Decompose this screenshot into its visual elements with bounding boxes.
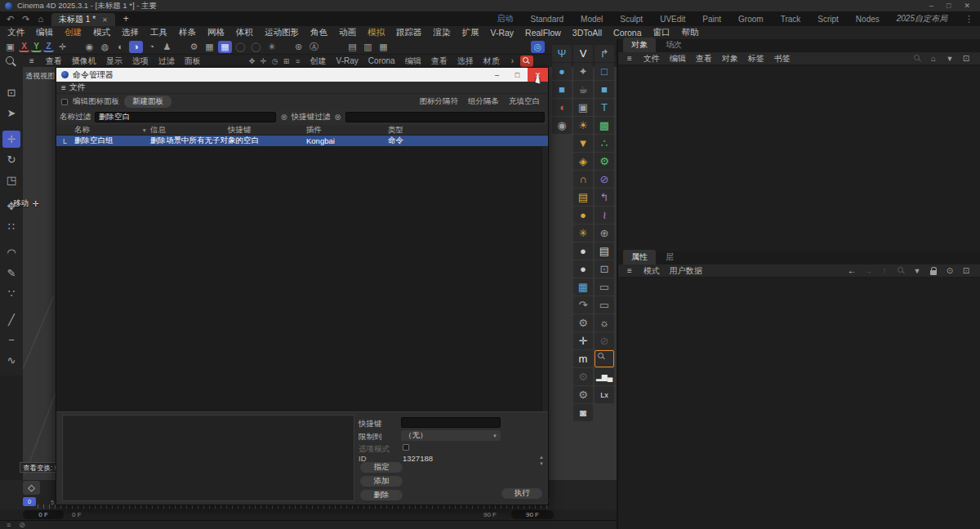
- menu-item[interactable]: Corona: [608, 28, 647, 38]
- panel-menu-item[interactable]: 用户数据: [665, 265, 707, 277]
- character-gear-icon[interactable]: ♟: [160, 41, 174, 53]
- option-mode-checkbox[interactable]: [403, 444, 409, 451]
- line-cut-icon[interactable]: −: [2, 331, 20, 349]
- snap-off-1-icon[interactable]: ◯: [234, 41, 247, 53]
- column-shortcut[interactable]: 快捷键: [228, 125, 306, 136]
- search-tool-icon[interactable]: [2, 54, 20, 75]
- axis-scale-icon[interactable]: Lx: [595, 386, 614, 403]
- toolbar-icon[interactable]: [71, 41, 81, 53]
- spline-square-icon[interactable]: □: [595, 63, 614, 80]
- panel-tab[interactable]: 场次: [657, 38, 690, 52]
- coord-system-icon[interactable]: ✛: [56, 41, 69, 53]
- movie-camera-icon[interactable]: ◙: [573, 404, 593, 421]
- axis-purple-icon[interactable]: ↰: [595, 189, 614, 206]
- panel-menu-item[interactable]: 标签: [743, 53, 769, 64]
- layout-tab[interactable]: Standard: [530, 13, 565, 25]
- stage-window-icon[interactable]: ▣: [573, 99, 593, 116]
- restrict-dropdown[interactable]: （无） ▼: [401, 430, 501, 441]
- new-panel-button[interactable]: 新建面板: [124, 96, 172, 108]
- column-type[interactable]: 类型: [388, 125, 548, 136]
- material-menu-item[interactable]: 选择: [452, 56, 479, 67]
- dialog-menu-icon[interactable]: ≡: [61, 83, 66, 92]
- menu-item[interactable]: 模式: [87, 27, 116, 38]
- rotate-tool-icon[interactable]: ↻: [2, 151, 20, 168]
- render-view-button[interactable]: ▤: [345, 41, 359, 53]
- globe-icon[interactable]: ⊕: [595, 224, 614, 242]
- panel-menu-icon[interactable]: ≡: [622, 266, 637, 275]
- search-icon[interactable]: [911, 53, 923, 64]
- material-menu-item[interactable]: 材质: [479, 56, 505, 67]
- star-shine-icon[interactable]: ✦: [573, 63, 593, 80]
- gear-points-icon[interactable]: ⚙: [573, 314, 593, 331]
- material-menu-item[interactable]: V-Ray: [332, 56, 363, 65]
- view-quarter-icon[interactable]: ◔: [145, 41, 158, 53]
- multi-axis-icon[interactable]: ∷: [2, 218, 20, 235]
- sphere-light-icon[interactable]: ●: [573, 207, 593, 224]
- view-half-icon[interactable]: ◐: [114, 41, 127, 53]
- icon-panel-preview[interactable]: [62, 415, 354, 501]
- capsule-object-icon[interactable]: ◖: [552, 99, 572, 116]
- vray-logo-icon[interactable]: V: [573, 45, 593, 62]
- dialog-file-menu[interactable]: 文件: [69, 82, 86, 93]
- layout-tab[interactable]: Sculpt: [619, 13, 644, 25]
- spline-wrap-icon[interactable]: ≀: [595, 207, 614, 224]
- window-minimize-button[interactable]: –: [929, 2, 933, 10]
- view-active-icon[interactable]: ◑: [129, 41, 143, 53]
- scroll-down-icon[interactable]: ▼: [539, 461, 544, 466]
- attribute-manager-content[interactable]: [618, 278, 980, 529]
- material-menu-item[interactable]: 查看: [426, 56, 452, 67]
- text-object-icon[interactable]: T: [595, 99, 614, 116]
- material-menu-icon[interactable]: ≡: [292, 55, 304, 67]
- panel-menu-item[interactable]: 编辑: [665, 53, 691, 64]
- sun-light-icon[interactable]: ☀: [573, 117, 593, 134]
- axis-move-icon[interactable]: ↱: [595, 45, 614, 62]
- panel-menu-item[interactable]: 书签: [769, 53, 795, 64]
- current-frame-marker[interactable]: 0: [23, 497, 36, 506]
- menu-item[interactable]: 创建: [59, 27, 87, 38]
- render-settings-small-icon[interactable]: ▤: [595, 242, 614, 260]
- menu-item[interactable]: 网格: [202, 27, 230, 38]
- back-arrow-icon[interactable]: ←: [846, 265, 858, 277]
- view-solo-icon[interactable]: ◉: [82, 41, 96, 53]
- toolbar-icon[interactable]: [323, 41, 344, 53]
- filter-icon[interactable]: ▼: [944, 53, 956, 64]
- column-info[interactable]: 信息: [150, 125, 228, 136]
- layout-tab[interactable]: Paint: [702, 13, 722, 25]
- hand-tool-icon[interactable]: ✥: [247, 55, 258, 67]
- add-button[interactable]: 添加: [360, 476, 403, 487]
- z-axis-toggle[interactable]: Z: [43, 42, 54, 52]
- sphere-object-icon[interactable]: ●: [552, 63, 572, 80]
- menu-item[interactable]: 样条: [173, 27, 202, 38]
- statusbar-block-icon[interactable]: ⊘: [19, 521, 25, 529]
- magnify-region-icon[interactable]: [595, 350, 614, 367]
- material-ball-icon[interactable]: ●: [573, 242, 593, 260]
- command-search-icon[interactable]: [520, 56, 533, 67]
- table-body[interactable]: [56, 146, 548, 411]
- camera-2-icon[interactable]: ▭: [595, 296, 614, 313]
- live-select-icon[interactable]: ➤: [2, 104, 20, 122]
- layout-tab[interactable]: Model: [580, 13, 604, 25]
- assign-button[interactable]: 指定: [360, 462, 403, 473]
- toolbar-icon[interactable]: [280, 41, 290, 53]
- gear-green-icon[interactable]: ⚙: [595, 153, 614, 170]
- menu-item[interactable]: V-Ray: [485, 28, 520, 38]
- separator-button[interactable]: 充填空白: [509, 96, 540, 107]
- home-icon[interactable]: ⌂: [38, 14, 43, 24]
- cube-primitive-icon[interactable]: ■: [595, 81, 614, 98]
- new-tab-button[interactable]: +: [123, 13, 129, 24]
- time-icon[interactable]: ◷: [270, 55, 281, 67]
- auto-keying-icon[interactable]: Ⓐ: [307, 41, 321, 53]
- y-axis-toggle[interactable]: Y: [31, 42, 42, 52]
- viewport-menu-item[interactable]: 面板: [180, 56, 206, 67]
- sun-rays-icon[interactable]: ✳: [573, 224, 593, 242]
- view-isolate-icon[interactable]: ◍: [98, 41, 112, 53]
- menu-item[interactable]: 体积: [230, 27, 259, 38]
- panel-tab[interactable]: 层: [657, 250, 682, 264]
- panel-menu-icon[interactable]: ≡: [622, 54, 637, 63]
- menu-item[interactable]: RealFlow: [519, 28, 567, 38]
- undo-icon[interactable]: ↶: [7, 14, 14, 24]
- panel-edit-icon[interactable]: ⊡: [960, 265, 972, 277]
- snap-off-2-icon[interactable]: ◯: [249, 41, 263, 53]
- edit-icon-panel-checkbox[interactable]: [61, 99, 68, 105]
- grass-object-icon[interactable]: Ψ: [552, 45, 572, 62]
